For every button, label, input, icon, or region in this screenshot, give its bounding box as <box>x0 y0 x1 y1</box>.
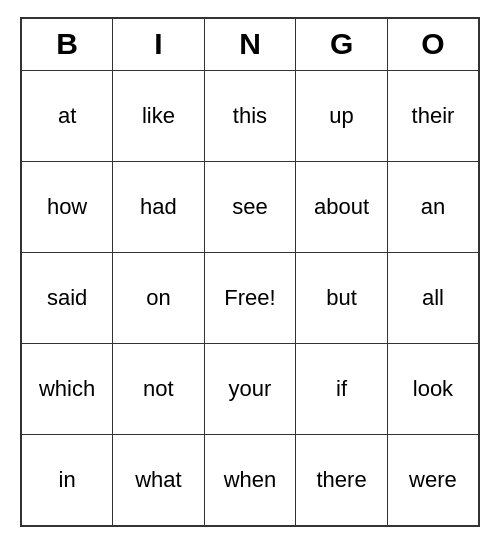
bingo-cell-r1-c4: an <box>387 161 479 252</box>
table-row: inwhatwhentherewere <box>21 435 479 526</box>
table-row: howhadseeaboutan <box>21 161 479 252</box>
header-col-g: G <box>296 18 388 70</box>
bingo-cell-r1-c1: had <box>113 161 205 252</box>
bingo-cell-r3-c1: not <box>113 344 205 435</box>
bingo-cell-r2-c4: all <box>387 252 479 343</box>
bingo-cell-r0-c0: at <box>21 70 113 161</box>
bingo-cell-r2-c3: but <box>296 252 388 343</box>
bingo-cell-r2-c0: said <box>21 252 113 343</box>
header-col-o: O <box>387 18 479 70</box>
bingo-cell-r3-c4: look <box>387 344 479 435</box>
bingo-cell-r4-c4: were <box>387 435 479 526</box>
header-col-n: N <box>204 18 296 70</box>
bingo-cell-r2-c2: Free! <box>204 252 296 343</box>
bingo-cell-r0-c3: up <box>296 70 388 161</box>
table-row: saidonFree!butall <box>21 252 479 343</box>
bingo-cell-r4-c2: when <box>204 435 296 526</box>
bingo-cell-r0-c4: their <box>387 70 479 161</box>
bingo-cell-r4-c0: in <box>21 435 113 526</box>
header-col-b: B <box>21 18 113 70</box>
bingo-cell-r1-c2: see <box>204 161 296 252</box>
bingo-card: BINGO atlikethisuptheirhowhadseeaboutans… <box>20 17 480 527</box>
bingo-cell-r1-c0: how <box>21 161 113 252</box>
bingo-cell-r4-c3: there <box>296 435 388 526</box>
bingo-cell-r3-c2: your <box>204 344 296 435</box>
table-row: atlikethisuptheir <box>21 70 479 161</box>
header-col-i: I <box>113 18 205 70</box>
table-row: whichnotyouriflook <box>21 344 479 435</box>
bingo-cell-r4-c1: what <box>113 435 205 526</box>
bingo-cell-r3-c3: if <box>296 344 388 435</box>
bingo-cell-r0-c2: this <box>204 70 296 161</box>
bingo-cell-r0-c1: like <box>113 70 205 161</box>
bingo-cell-r1-c3: about <box>296 161 388 252</box>
bingo-cell-r3-c0: which <box>21 344 113 435</box>
bingo-cell-r2-c1: on <box>113 252 205 343</box>
